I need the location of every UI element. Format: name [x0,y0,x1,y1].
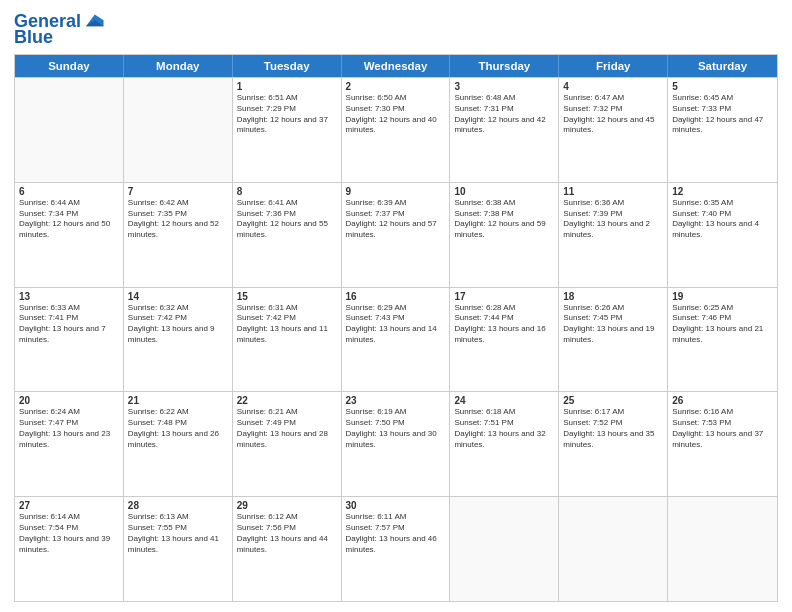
day-number: 6 [19,186,119,197]
day-info: Sunrise: 6:51 AM Sunset: 7:29 PM Dayligh… [237,93,337,136]
day-number: 9 [346,186,446,197]
day-number: 5 [672,81,773,92]
calendar-cell-4-7: 26Sunrise: 6:16 AM Sunset: 7:53 PM Dayli… [668,392,777,496]
day-info: Sunrise: 6:35 AM Sunset: 7:40 PM Dayligh… [672,198,773,241]
day-info: Sunrise: 6:38 AM Sunset: 7:38 PM Dayligh… [454,198,554,241]
day-number: 11 [563,186,663,197]
calendar-cell-5-4: 30Sunrise: 6:11 AM Sunset: 7:57 PM Dayli… [342,497,451,601]
day-number: 4 [563,81,663,92]
day-info: Sunrise: 6:39 AM Sunset: 7:37 PM Dayligh… [346,198,446,241]
day-info: Sunrise: 6:26 AM Sunset: 7:45 PM Dayligh… [563,303,663,346]
day-info: Sunrise: 6:16 AM Sunset: 7:53 PM Dayligh… [672,407,773,450]
calendar-cell-5-6 [559,497,668,601]
calendar-cell-3-7: 19Sunrise: 6:25 AM Sunset: 7:46 PM Dayli… [668,288,777,392]
day-number: 17 [454,291,554,302]
day-info: Sunrise: 6:47 AM Sunset: 7:32 PM Dayligh… [563,93,663,136]
calendar-row-3: 13Sunrise: 6:33 AM Sunset: 7:41 PM Dayli… [15,287,777,392]
day-number: 19 [672,291,773,302]
day-info: Sunrise: 6:12 AM Sunset: 7:56 PM Dayligh… [237,512,337,555]
day-info: Sunrise: 6:24 AM Sunset: 7:47 PM Dayligh… [19,407,119,450]
day-number: 13 [19,291,119,302]
day-info: Sunrise: 6:44 AM Sunset: 7:34 PM Dayligh… [19,198,119,241]
header-day-tuesday: Tuesday [233,55,342,77]
calendar-cell-4-5: 24Sunrise: 6:18 AM Sunset: 7:51 PM Dayli… [450,392,559,496]
header-day-wednesday: Wednesday [342,55,451,77]
calendar-cell-3-3: 15Sunrise: 6:31 AM Sunset: 7:42 PM Dayli… [233,288,342,392]
day-info: Sunrise: 6:22 AM Sunset: 7:48 PM Dayligh… [128,407,228,450]
calendar-cell-3-5: 17Sunrise: 6:28 AM Sunset: 7:44 PM Dayli… [450,288,559,392]
calendar-row-2: 6Sunrise: 6:44 AM Sunset: 7:34 PM Daylig… [15,182,777,287]
header-day-thursday: Thursday [450,55,559,77]
day-info: Sunrise: 6:21 AM Sunset: 7:49 PM Dayligh… [237,407,337,450]
calendar-cell-5-2: 28Sunrise: 6:13 AM Sunset: 7:55 PM Dayli… [124,497,233,601]
day-number: 10 [454,186,554,197]
calendar-cell-4-2: 21Sunrise: 6:22 AM Sunset: 7:48 PM Dayli… [124,392,233,496]
logo: General Blue [14,10,105,46]
day-number: 28 [128,500,228,511]
header-day-monday: Monday [124,55,233,77]
calendar-row-1: 1Sunrise: 6:51 AM Sunset: 7:29 PM Daylig… [15,77,777,182]
calendar-header: SundayMondayTuesdayWednesdayThursdayFrid… [15,55,777,77]
calendar-row-5: 27Sunrise: 6:14 AM Sunset: 7:54 PM Dayli… [15,496,777,601]
day-number: 20 [19,395,119,406]
day-info: Sunrise: 6:19 AM Sunset: 7:50 PM Dayligh… [346,407,446,450]
day-number: 24 [454,395,554,406]
day-number: 30 [346,500,446,511]
day-number: 8 [237,186,337,197]
calendar-cell-4-3: 22Sunrise: 6:21 AM Sunset: 7:49 PM Dayli… [233,392,342,496]
header-day-friday: Friday [559,55,668,77]
calendar-cell-2-3: 8Sunrise: 6:41 AM Sunset: 7:36 PM Daylig… [233,183,342,287]
day-number: 1 [237,81,337,92]
day-number: 3 [454,81,554,92]
day-info: Sunrise: 6:42 AM Sunset: 7:35 PM Dayligh… [128,198,228,241]
day-number: 2 [346,81,446,92]
day-info: Sunrise: 6:41 AM Sunset: 7:36 PM Dayligh… [237,198,337,241]
calendar-cell-5-3: 29Sunrise: 6:12 AM Sunset: 7:56 PM Dayli… [233,497,342,601]
calendar-cell-5-7 [668,497,777,601]
calendar-cell-2-1: 6Sunrise: 6:44 AM Sunset: 7:34 PM Daylig… [15,183,124,287]
page: General Blue SundayMondayTuesdayWednesda… [0,0,792,612]
day-info: Sunrise: 6:48 AM Sunset: 7:31 PM Dayligh… [454,93,554,136]
calendar-cell-1-7: 5Sunrise: 6:45 AM Sunset: 7:33 PM Daylig… [668,78,777,182]
calendar-cell-2-2: 7Sunrise: 6:42 AM Sunset: 7:35 PM Daylig… [124,183,233,287]
day-info: Sunrise: 6:36 AM Sunset: 7:39 PM Dayligh… [563,198,663,241]
calendar-body: 1Sunrise: 6:51 AM Sunset: 7:29 PM Daylig… [15,77,777,601]
calendar-cell-1-1 [15,78,124,182]
calendar: SundayMondayTuesdayWednesdayThursdayFrid… [14,54,778,602]
day-number: 14 [128,291,228,302]
calendar-row-4: 20Sunrise: 6:24 AM Sunset: 7:47 PM Dayli… [15,391,777,496]
calendar-cell-1-6: 4Sunrise: 6:47 AM Sunset: 7:32 PM Daylig… [559,78,668,182]
day-info: Sunrise: 6:32 AM Sunset: 7:42 PM Dayligh… [128,303,228,346]
day-info: Sunrise: 6:50 AM Sunset: 7:30 PM Dayligh… [346,93,446,136]
logo-icon [83,10,105,32]
header-day-sunday: Sunday [15,55,124,77]
calendar-cell-2-7: 12Sunrise: 6:35 AM Sunset: 7:40 PM Dayli… [668,183,777,287]
calendar-cell-1-5: 3Sunrise: 6:48 AM Sunset: 7:31 PM Daylig… [450,78,559,182]
day-number: 22 [237,395,337,406]
day-number: 21 [128,395,228,406]
day-info: Sunrise: 6:25 AM Sunset: 7:46 PM Dayligh… [672,303,773,346]
calendar-cell-3-1: 13Sunrise: 6:33 AM Sunset: 7:41 PM Dayli… [15,288,124,392]
day-info: Sunrise: 6:33 AM Sunset: 7:41 PM Dayligh… [19,303,119,346]
calendar-cell-2-6: 11Sunrise: 6:36 AM Sunset: 7:39 PM Dayli… [559,183,668,287]
calendar-cell-4-4: 23Sunrise: 6:19 AM Sunset: 7:50 PM Dayli… [342,392,451,496]
day-info: Sunrise: 6:28 AM Sunset: 7:44 PM Dayligh… [454,303,554,346]
day-info: Sunrise: 6:17 AM Sunset: 7:52 PM Dayligh… [563,407,663,450]
day-number: 26 [672,395,773,406]
day-info: Sunrise: 6:45 AM Sunset: 7:33 PM Dayligh… [672,93,773,136]
calendar-cell-2-5: 10Sunrise: 6:38 AM Sunset: 7:38 PM Dayli… [450,183,559,287]
day-info: Sunrise: 6:13 AM Sunset: 7:55 PM Dayligh… [128,512,228,555]
header: General Blue [14,10,778,46]
day-info: Sunrise: 6:29 AM Sunset: 7:43 PM Dayligh… [346,303,446,346]
calendar-cell-3-6: 18Sunrise: 6:26 AM Sunset: 7:45 PM Dayli… [559,288,668,392]
calendar-cell-5-1: 27Sunrise: 6:14 AM Sunset: 7:54 PM Dayli… [15,497,124,601]
calendar-cell-3-2: 14Sunrise: 6:32 AM Sunset: 7:42 PM Dayli… [124,288,233,392]
calendar-cell-1-4: 2Sunrise: 6:50 AM Sunset: 7:30 PM Daylig… [342,78,451,182]
calendar-cell-2-4: 9Sunrise: 6:39 AM Sunset: 7:37 PM Daylig… [342,183,451,287]
day-number: 23 [346,395,446,406]
day-info: Sunrise: 6:18 AM Sunset: 7:51 PM Dayligh… [454,407,554,450]
day-number: 25 [563,395,663,406]
day-number: 16 [346,291,446,302]
day-info: Sunrise: 6:11 AM Sunset: 7:57 PM Dayligh… [346,512,446,555]
day-number: 29 [237,500,337,511]
